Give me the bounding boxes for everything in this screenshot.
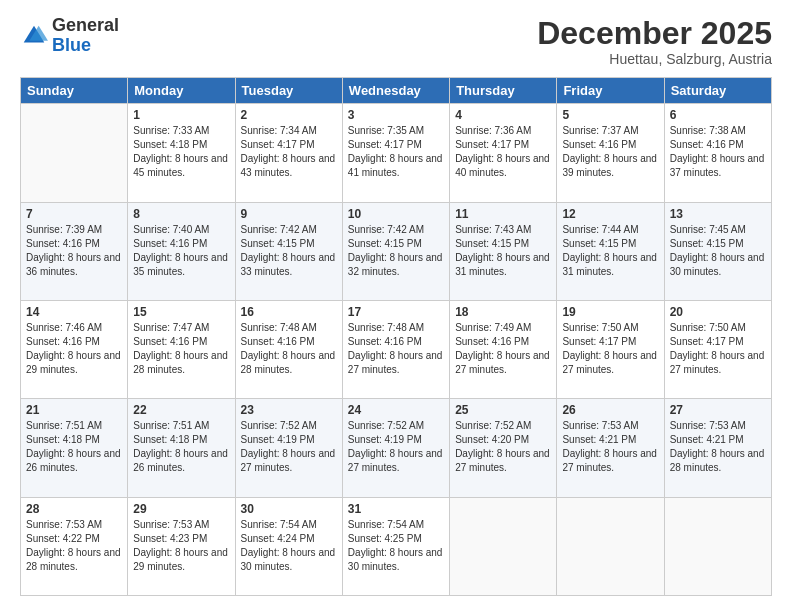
table-row: 19Sunrise: 7:50 AMSunset: 4:17 PMDayligh… <box>557 300 664 398</box>
header-wednesday: Wednesday <box>342 78 449 104</box>
table-row: 23Sunrise: 7:52 AMSunset: 4:19 PMDayligh… <box>235 399 342 497</box>
header: General Blue December 2025 Huettau, Salz… <box>20 16 772 67</box>
table-row: 22Sunrise: 7:51 AMSunset: 4:18 PMDayligh… <box>128 399 235 497</box>
day-info: Sunrise: 7:46 AMSunset: 4:16 PMDaylight:… <box>26 321 122 377</box>
day-number: 25 <box>455 403 551 417</box>
day-number: 8 <box>133 207 229 221</box>
calendar-week-row: 1Sunrise: 7:33 AMSunset: 4:18 PMDaylight… <box>21 104 772 202</box>
table-row: 31Sunrise: 7:54 AMSunset: 4:25 PMDayligh… <box>342 497 449 595</box>
day-number: 4 <box>455 108 551 122</box>
page: General Blue December 2025 Huettau, Salz… <box>0 0 792 612</box>
day-info: Sunrise: 7:49 AMSunset: 4:16 PMDaylight:… <box>455 321 551 377</box>
calendar-week-row: 28Sunrise: 7:53 AMSunset: 4:22 PMDayligh… <box>21 497 772 595</box>
day-info: Sunrise: 7:53 AMSunset: 4:23 PMDaylight:… <box>133 518 229 574</box>
day-number: 24 <box>348 403 444 417</box>
table-row: 30Sunrise: 7:54 AMSunset: 4:24 PMDayligh… <box>235 497 342 595</box>
day-info: Sunrise: 7:54 AMSunset: 4:24 PMDaylight:… <box>241 518 337 574</box>
day-number: 12 <box>562 207 658 221</box>
day-number: 22 <box>133 403 229 417</box>
logo-text-general: General <box>52 16 119 36</box>
header-tuesday: Tuesday <box>235 78 342 104</box>
day-number: 3 <box>348 108 444 122</box>
table-row: 3Sunrise: 7:35 AMSunset: 4:17 PMDaylight… <box>342 104 449 202</box>
day-info: Sunrise: 7:52 AMSunset: 4:20 PMDaylight:… <box>455 419 551 475</box>
table-row: 20Sunrise: 7:50 AMSunset: 4:17 PMDayligh… <box>664 300 771 398</box>
day-number: 1 <box>133 108 229 122</box>
logo-text-blue: Blue <box>52 36 119 56</box>
day-info: Sunrise: 7:53 AMSunset: 4:21 PMDaylight:… <box>562 419 658 475</box>
day-number: 17 <box>348 305 444 319</box>
day-number: 29 <box>133 502 229 516</box>
table-row: 28Sunrise: 7:53 AMSunset: 4:22 PMDayligh… <box>21 497 128 595</box>
table-row: 5Sunrise: 7:37 AMSunset: 4:16 PMDaylight… <box>557 104 664 202</box>
day-info: Sunrise: 7:52 AMSunset: 4:19 PMDaylight:… <box>241 419 337 475</box>
day-number: 20 <box>670 305 766 319</box>
day-info: Sunrise: 7:51 AMSunset: 4:18 PMDaylight:… <box>26 419 122 475</box>
table-row: 2Sunrise: 7:34 AMSunset: 4:17 PMDaylight… <box>235 104 342 202</box>
table-row: 11Sunrise: 7:43 AMSunset: 4:15 PMDayligh… <box>450 202 557 300</box>
calendar-week-row: 14Sunrise: 7:46 AMSunset: 4:16 PMDayligh… <box>21 300 772 398</box>
table-row <box>450 497 557 595</box>
header-sunday: Sunday <box>21 78 128 104</box>
table-row: 27Sunrise: 7:53 AMSunset: 4:21 PMDayligh… <box>664 399 771 497</box>
day-info: Sunrise: 7:50 AMSunset: 4:17 PMDaylight:… <box>670 321 766 377</box>
day-info: Sunrise: 7:33 AMSunset: 4:18 PMDaylight:… <box>133 124 229 180</box>
day-info: Sunrise: 7:44 AMSunset: 4:15 PMDaylight:… <box>562 223 658 279</box>
day-number: 14 <box>26 305 122 319</box>
day-info: Sunrise: 7:52 AMSunset: 4:19 PMDaylight:… <box>348 419 444 475</box>
day-info: Sunrise: 7:34 AMSunset: 4:17 PMDaylight:… <box>241 124 337 180</box>
day-info: Sunrise: 7:40 AMSunset: 4:16 PMDaylight:… <box>133 223 229 279</box>
day-number: 9 <box>241 207 337 221</box>
header-thursday: Thursday <box>450 78 557 104</box>
logo-icon <box>20 22 48 50</box>
day-info: Sunrise: 7:53 AMSunset: 4:21 PMDaylight:… <box>670 419 766 475</box>
day-info: Sunrise: 7:45 AMSunset: 4:15 PMDaylight:… <box>670 223 766 279</box>
day-number: 11 <box>455 207 551 221</box>
table-row: 4Sunrise: 7:36 AMSunset: 4:17 PMDaylight… <box>450 104 557 202</box>
day-number: 26 <box>562 403 658 417</box>
table-row: 16Sunrise: 7:48 AMSunset: 4:16 PMDayligh… <box>235 300 342 398</box>
day-number: 2 <box>241 108 337 122</box>
table-row: 18Sunrise: 7:49 AMSunset: 4:16 PMDayligh… <box>450 300 557 398</box>
day-info: Sunrise: 7:48 AMSunset: 4:16 PMDaylight:… <box>241 321 337 377</box>
day-info: Sunrise: 7:43 AMSunset: 4:15 PMDaylight:… <box>455 223 551 279</box>
table-row: 14Sunrise: 7:46 AMSunset: 4:16 PMDayligh… <box>21 300 128 398</box>
subtitle: Huettau, Salzburg, Austria <box>537 51 772 67</box>
day-info: Sunrise: 7:53 AMSunset: 4:22 PMDaylight:… <box>26 518 122 574</box>
table-row: 21Sunrise: 7:51 AMSunset: 4:18 PMDayligh… <box>21 399 128 497</box>
table-row <box>664 497 771 595</box>
day-info: Sunrise: 7:48 AMSunset: 4:16 PMDaylight:… <box>348 321 444 377</box>
table-row: 24Sunrise: 7:52 AMSunset: 4:19 PMDayligh… <box>342 399 449 497</box>
table-row: 7Sunrise: 7:39 AMSunset: 4:16 PMDaylight… <box>21 202 128 300</box>
day-number: 19 <box>562 305 658 319</box>
title-block: December 2025 Huettau, Salzburg, Austria <box>537 16 772 67</box>
table-row: 26Sunrise: 7:53 AMSunset: 4:21 PMDayligh… <box>557 399 664 497</box>
day-number: 21 <box>26 403 122 417</box>
calendar-week-row: 7Sunrise: 7:39 AMSunset: 4:16 PMDaylight… <box>21 202 772 300</box>
table-row <box>557 497 664 595</box>
table-row: 12Sunrise: 7:44 AMSunset: 4:15 PMDayligh… <box>557 202 664 300</box>
day-number: 28 <box>26 502 122 516</box>
table-row: 10Sunrise: 7:42 AMSunset: 4:15 PMDayligh… <box>342 202 449 300</box>
header-saturday: Saturday <box>664 78 771 104</box>
day-number: 13 <box>670 207 766 221</box>
table-row: 8Sunrise: 7:40 AMSunset: 4:16 PMDaylight… <box>128 202 235 300</box>
day-info: Sunrise: 7:36 AMSunset: 4:17 PMDaylight:… <box>455 124 551 180</box>
day-info: Sunrise: 7:38 AMSunset: 4:16 PMDaylight:… <box>670 124 766 180</box>
day-info: Sunrise: 7:47 AMSunset: 4:16 PMDaylight:… <box>133 321 229 377</box>
day-number: 7 <box>26 207 122 221</box>
calendar-table: Sunday Monday Tuesday Wednesday Thursday… <box>20 77 772 596</box>
day-info: Sunrise: 7:39 AMSunset: 4:16 PMDaylight:… <box>26 223 122 279</box>
calendar-week-row: 21Sunrise: 7:51 AMSunset: 4:18 PMDayligh… <box>21 399 772 497</box>
table-row: 6Sunrise: 7:38 AMSunset: 4:16 PMDaylight… <box>664 104 771 202</box>
table-row: 29Sunrise: 7:53 AMSunset: 4:23 PMDayligh… <box>128 497 235 595</box>
table-row: 13Sunrise: 7:45 AMSunset: 4:15 PMDayligh… <box>664 202 771 300</box>
day-number: 16 <box>241 305 337 319</box>
table-row: 15Sunrise: 7:47 AMSunset: 4:16 PMDayligh… <box>128 300 235 398</box>
table-row: 25Sunrise: 7:52 AMSunset: 4:20 PMDayligh… <box>450 399 557 497</box>
day-number: 27 <box>670 403 766 417</box>
day-number: 10 <box>348 207 444 221</box>
day-number: 18 <box>455 305 551 319</box>
day-info: Sunrise: 7:35 AMSunset: 4:17 PMDaylight:… <box>348 124 444 180</box>
day-info: Sunrise: 7:42 AMSunset: 4:15 PMDaylight:… <box>241 223 337 279</box>
